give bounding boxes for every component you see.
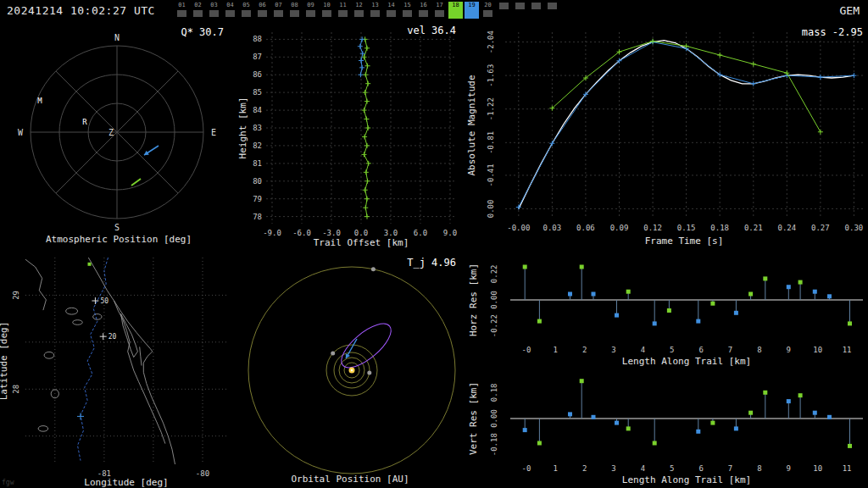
compass-text: W xyxy=(18,128,24,137)
ground-map-plot: 5020-81-802829Longitude [deg]Latitude [d… xyxy=(0,251,237,488)
camera-tile-indicator xyxy=(225,10,235,17)
camera-tile-blank-22[interactable] xyxy=(529,2,543,19)
camera-tile-07[interactable]: 07 xyxy=(271,2,286,19)
camera-tile-blank-23[interactable] xyxy=(545,2,559,19)
camera-tile-01[interactable]: 01 xyxy=(175,2,189,19)
camera-tile-08[interactable]: 08 xyxy=(287,2,302,19)
tick-text: 28 xyxy=(12,385,20,394)
axlabel-text: Vert Res [km] xyxy=(468,382,479,455)
camera-tile-blank-21[interactable] xyxy=(513,2,527,19)
tick-text: 4 xyxy=(641,464,645,473)
camera-tile-number: 19 xyxy=(468,2,475,9)
camera-tile-number: 08 xyxy=(291,2,298,9)
camera-tile-indicator xyxy=(242,10,251,17)
tick-text: 88 xyxy=(253,35,262,43)
camera-tile-17[interactable]: 17 xyxy=(432,2,447,19)
axlabel-text: Absolute Magnitude xyxy=(466,75,477,175)
camera-tile-number: 03 xyxy=(210,2,217,9)
camera-tile-03[interactable]: 03 xyxy=(207,2,221,19)
tick-text: -0.81 xyxy=(487,131,495,154)
tick-text: 83 xyxy=(253,124,262,132)
vertical-residuals-plot: -012345678910110.180.00-0.18Length Along… xyxy=(463,369,868,488)
tick-text: 5 xyxy=(670,464,674,473)
tick-text: 1 xyxy=(554,464,558,473)
camera-tile-16[interactable]: 16 xyxy=(416,2,431,19)
axlabel-text: Length Along Trail [km] xyxy=(622,474,751,485)
camera-tile-number: 20 xyxy=(484,2,491,9)
tick-text: 79 xyxy=(253,195,262,203)
camera-tile-06[interactable]: 06 xyxy=(255,2,270,19)
series-fit-white xyxy=(519,41,854,209)
camera-tile-09[interactable]: 09 xyxy=(303,2,318,19)
tick-text: 6 xyxy=(698,346,703,354)
tick-text: 82 xyxy=(253,141,262,150)
camera-tile-number: 05 xyxy=(242,2,249,9)
map-grid xyxy=(25,258,227,464)
camera-tile-indicator xyxy=(531,3,541,9)
camera-tile-04[interactable]: 04 xyxy=(223,2,237,19)
camera-tile-13[interactable]: 13 xyxy=(368,2,382,19)
camera-tile-number: 14 xyxy=(387,2,394,9)
tick-text: 87 xyxy=(253,53,262,61)
camera-tile-15[interactable]: 15 xyxy=(400,2,415,19)
light-curve-plot: -0.000.030.060.090.120.150.180.210.240.2… xyxy=(463,20,868,251)
tick-text: 0.15 xyxy=(677,224,696,232)
axlabel-text: Length Along Trail [km] xyxy=(622,356,751,367)
camera-tile-indicator xyxy=(258,10,267,17)
camera-tile-number: 09 xyxy=(307,2,314,9)
axlabel-text: Orbital Position [AU] xyxy=(291,474,409,485)
axlabel-text: Longitude [deg] xyxy=(84,477,168,488)
series-station-green xyxy=(549,39,823,135)
camera-tile-19[interactable]: 19 xyxy=(465,2,479,19)
camera-tile-14[interactable]: 14 xyxy=(384,2,398,19)
atmospheric-position-plot: NSEWZMRQ* 30.7Atmospheric Position [deg] xyxy=(0,20,237,251)
camera-tile-strip: 0102030405060708091011121314151617181920 xyxy=(175,2,561,19)
camera-tile-indicator xyxy=(548,3,557,9)
camera-tile-blank-20[interactable] xyxy=(497,2,511,19)
tick-text: 0.00 xyxy=(490,291,498,309)
tick-text: 0.12 xyxy=(643,224,662,232)
camera-tile-number: 10 xyxy=(323,2,330,9)
horizontal-residuals-plot: -012345678910110.220.00-0.22Length Along… xyxy=(463,251,868,369)
camera-tile-02[interactable]: 02 xyxy=(191,2,205,19)
compass-text: E xyxy=(211,128,216,137)
camera-tile-05[interactable]: 05 xyxy=(239,2,253,19)
green-trail-segment xyxy=(131,179,141,186)
tick-text: 0.22 xyxy=(490,264,498,283)
camera-tile-number: 13 xyxy=(371,2,378,9)
tick-text: 81 xyxy=(253,159,262,168)
camera-tile-number: 04 xyxy=(226,2,233,9)
river-paths xyxy=(78,258,108,461)
camera-tile-20[interactable]: 20 xyxy=(481,2,495,19)
camera-tile-indicator xyxy=(290,10,299,17)
tick-text: 0.00 xyxy=(487,200,495,219)
tick-text: 8 xyxy=(757,464,761,473)
watermark: fgw xyxy=(2,479,14,486)
axlabel-text: Height [km] xyxy=(237,97,248,159)
utc-timestamp: 20241214 10:02:27 UTC xyxy=(7,4,155,17)
camera-tile-11[interactable]: 11 xyxy=(336,2,350,19)
camera-tile-10[interactable]: 10 xyxy=(320,2,334,19)
tick-text: -2.04 xyxy=(487,30,495,53)
tick-text: 78 xyxy=(253,213,262,221)
camera-tile-12[interactable]: 12 xyxy=(352,2,366,19)
tick-text: 4 xyxy=(641,346,645,354)
tick-text: 9 xyxy=(787,464,791,473)
map-markers: 5020 xyxy=(77,263,117,420)
tick-text: 8 xyxy=(757,346,761,354)
anno-text: Q* 30.7 xyxy=(181,26,224,38)
tick-text: 80 xyxy=(253,177,262,186)
axlabel-text: Trail Offset [km] xyxy=(314,237,409,248)
camera-tile-indicator xyxy=(177,10,186,17)
anno-text: vel 36.4 xyxy=(407,25,456,36)
compass-text: Z xyxy=(108,128,114,137)
tick-text: 0.30 xyxy=(845,224,864,232)
tick-text: -0 xyxy=(521,346,531,354)
camera-tile-18[interactable]: 18 xyxy=(448,2,463,19)
tick-text: 85 xyxy=(253,88,262,97)
camera-tile-indicator xyxy=(387,10,396,17)
camera-tile-indicator xyxy=(435,10,444,17)
anno-text: mass -2.95 xyxy=(802,26,863,38)
camera-tile-indicator xyxy=(193,10,203,17)
sun-core xyxy=(351,369,353,371)
